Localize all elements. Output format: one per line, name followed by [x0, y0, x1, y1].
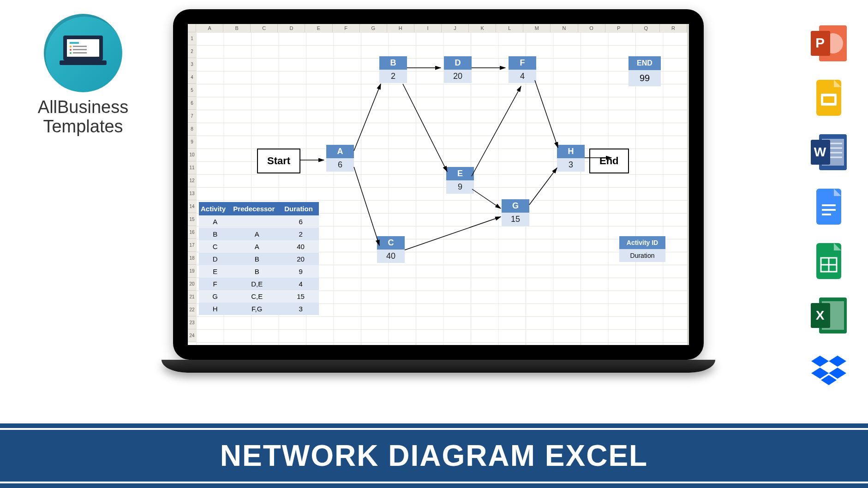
col-header: A	[196, 24, 223, 32]
row-header: 16	[188, 226, 196, 239]
col-header: O	[578, 24, 605, 32]
spreadsheet-area: ABCDEFGHIJKLMNOPQR 123456789101112131415…	[188, 24, 689, 345]
legend-box: Activity ID Duration	[619, 236, 665, 262]
node-C: C40	[377, 236, 405, 263]
brand-name: AllBusinessTemplates	[21, 98, 145, 137]
row-header: 22	[188, 304, 196, 316]
activity-table: Activity Predecessor Duration A6BA2CA40D…	[199, 202, 319, 315]
row-header: 9	[188, 136, 196, 149]
laptop-icon	[58, 33, 108, 70]
svg-rect-2	[70, 42, 79, 44]
row-header: 11	[188, 161, 196, 174]
row-header: 24	[188, 329, 196, 342]
row-header: 14	[188, 200, 196, 213]
table-cell: B	[231, 253, 282, 265]
node-F: F4	[509, 56, 536, 83]
end-stat: END 99	[629, 56, 661, 86]
table-cell: E	[199, 265, 231, 278]
row-headers: 123456789101112131415161718192021222324	[188, 32, 196, 342]
col-header: I	[414, 24, 442, 32]
col-header: P	[605, 24, 633, 32]
end-box: End	[589, 149, 629, 173]
table-cell: 20	[282, 253, 319, 265]
table-cell: C,E	[231, 290, 282, 303]
svg-rect-9	[60, 60, 107, 65]
table-cell: 6	[282, 215, 319, 228]
table-row: CA40	[199, 240, 319, 253]
node-D: D20	[444, 56, 472, 83]
banner-title: NETWORK DIAGRAM EXCEL	[220, 439, 648, 473]
row-header: 19	[188, 265, 196, 278]
row-header: 21	[188, 291, 196, 304]
node-G: G15	[502, 199, 529, 226]
google-docs-icon	[811, 189, 847, 225]
table-row: EB9	[199, 265, 319, 278]
svg-point-7	[70, 52, 72, 54]
table-cell: B	[231, 265, 282, 278]
row-header: 12	[188, 174, 196, 187]
col-header: Q	[633, 24, 660, 32]
table-cell: 9	[282, 265, 319, 278]
svg-text:P: P	[815, 35, 825, 50]
row-header: 4	[188, 71, 196, 84]
powerpoint-icon: P	[811, 25, 847, 61]
table-cell: C	[199, 240, 231, 253]
col-header: C	[251, 24, 278, 32]
col-header: L	[496, 24, 523, 32]
table-row: HF,G3	[199, 303, 319, 315]
table-cell: A	[199, 215, 231, 228]
table-cell: G	[199, 290, 231, 303]
svg-rect-28	[823, 96, 834, 103]
col-header: J	[442, 24, 469, 32]
col-header: F	[333, 24, 360, 32]
table-cell: H	[199, 303, 231, 315]
table-cell: A	[231, 240, 282, 253]
table-row: FD,E4	[199, 278, 319, 290]
svg-rect-6	[73, 49, 87, 50]
table-cell: 2	[282, 228, 319, 240]
svg-rect-1	[67, 39, 99, 57]
table-cell: 15	[282, 290, 319, 303]
table-cell: 4	[282, 278, 319, 290]
table-cell: 40	[282, 240, 319, 253]
col-header: K	[469, 24, 496, 32]
th-predecessor: Predecessor	[231, 202, 282, 215]
title-banner: NETWORK DIAGRAM EXCEL	[0, 423, 868, 488]
column-headers: ABCDEFGHIJKLMNOPQR	[196, 24, 687, 32]
col-header: R	[660, 24, 687, 32]
google-slides-icon	[811, 80, 847, 116]
node-B: B2	[379, 56, 407, 83]
row-header: 2	[188, 45, 196, 58]
row-header: 13	[188, 187, 196, 200]
table-cell: 3	[282, 303, 319, 315]
laptop-mockup: ABCDEFGHIJKLMNOPQR 123456789101112131415…	[162, 9, 715, 373]
table-cell: F,G	[231, 303, 282, 315]
laptop-base	[162, 360, 715, 373]
svg-rect-8	[73, 52, 87, 54]
table-row: A6	[199, 215, 319, 228]
google-sheets-icon	[811, 243, 847, 279]
table-row: BA2	[199, 228, 319, 240]
row-header: 8	[188, 123, 196, 136]
row-header: 7	[188, 110, 196, 123]
laptop-screen: ABCDEFGHIJKLMNOPQR 123456789101112131415…	[173, 9, 704, 360]
node-A: A6	[326, 145, 354, 172]
excel-icon: X	[811, 298, 847, 333]
word-icon: W	[811, 134, 847, 170]
svg-text:X: X	[816, 308, 825, 322]
col-header: E	[305, 24, 332, 32]
brand-logo: AllBusinessTemplates	[21, 14, 145, 137]
col-header: H	[387, 24, 414, 32]
scrollbar-vertical[interactable]	[687, 24, 689, 345]
row-header: 20	[188, 278, 196, 291]
svg-point-5	[70, 49, 72, 51]
col-header: M	[523, 24, 551, 32]
col-header: B	[223, 24, 251, 32]
th-duration: Duration	[282, 202, 319, 215]
svg-rect-4	[73, 46, 87, 47]
table-cell: D	[199, 253, 231, 265]
sheet-corner	[188, 24, 196, 32]
logo-circle	[44, 14, 122, 92]
start-box: Start	[257, 149, 300, 173]
table-row: GC,E15	[199, 290, 319, 303]
